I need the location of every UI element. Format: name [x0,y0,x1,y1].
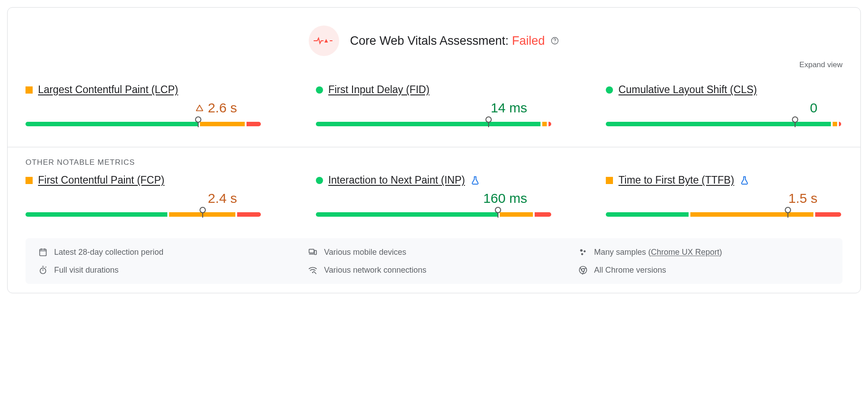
metric-largest-contentful-paint-lcp: Largest Contentful Paint (LCP) 2.6 s [26,84,262,126]
assessment-status: Failed [512,34,545,47]
metric-value-text: 2.4 s [208,191,237,206]
footer-devices: Various mobile devices [308,247,560,257]
svg-point-12 [312,272,314,273]
footer-period: Latest 28-day collection period [38,247,290,257]
other-metrics-heading: OTHER NOTABLE METRICS [8,158,860,167]
metric-name-link[interactable]: Interaction to Next Paint (INP) [328,174,465,186]
metric-name-link[interactable]: First Contentful Paint (FCP) [38,174,164,186]
help-icon[interactable] [550,36,559,45]
metric-value: 1.5 s [606,191,842,206]
footer-devices-text: Various mobile devices [324,248,406,257]
metric-value-text: 2.6 s [208,100,237,116]
metric-value: 14 ms [316,100,553,116]
metric-value: 0 [606,100,842,116]
footer-durations: Full visit durations [38,265,290,275]
footer-samples-text: Many samples (Chrome UX Report) [594,248,722,257]
metric-distribution-bar [606,122,842,126]
metric-name-link[interactable]: First Input Delay (FID) [328,84,430,96]
footer-samples: Many samples (Chrome UX Report) [578,247,830,257]
svg-point-14 [581,269,584,271]
metric-value: 2.4 s [26,191,262,206]
metric-interaction-to-next-paint-inp: Interaction to Next Paint (INP) 160 ms [316,174,553,217]
calendar-icon [38,247,48,257]
metric-header: Interaction to Next Paint (INP) [316,174,553,186]
assessment-header: Core Web Vitals Assessment: Failed [8,8,860,60]
assessment-title-prefix: Core Web Vitals Assessment: [350,34,512,47]
metric-header: Largest Contentful Paint (LCP) [26,84,262,96]
expand-view-link[interactable]: Expand view [800,60,842,69]
footer-chrome-text: All Chrome versions [594,266,666,275]
svg-point-8 [580,249,583,252]
status-ni-icon [26,86,33,94]
metric-first-input-delay-fid: First Input Delay (FID) 14 ms [316,84,553,126]
svg-marker-4 [196,105,202,111]
other-metrics-grid: First Contentful Paint (FCP) 2.4 s Inter… [8,167,860,224]
core-metrics-grid: Largest Contentful Paint (LCP) 2.6 s Fir… [8,77,860,133]
metric-distribution-bar [606,212,842,217]
assessment-card: Core Web Vitals Assessment: Failed Expan… [7,7,861,293]
metric-value: 160 ms [316,191,553,206]
metric-value-text: 14 ms [491,100,528,116]
metric-distribution-bar [316,212,553,217]
chrome-icon [578,265,588,275]
metric-value: 2.6 s [26,100,262,116]
svg-point-3 [554,43,555,43]
metric-value-text: 1.5 s [788,191,817,206]
metric-header: Cumulative Layout Shift (CLS) [606,84,842,96]
status-good-icon [316,177,323,184]
devices-icon [308,247,318,257]
footer-network: Various network connections [308,265,560,275]
metric-distribution-bar [316,122,553,126]
metric-header: First Input Delay (FID) [316,84,553,96]
metric-first-contentful-paint-fcp: First Contentful Paint (FCP) 2.4 s [26,174,262,217]
status-good-icon [316,86,323,94]
metric-distribution-bar [26,212,262,217]
warning-triangle-icon [196,104,204,112]
svg-marker-0 [324,39,328,43]
metric-time-to-first-byte-ttfb: Time to First Byte (TTFB) 1.5 s [606,174,842,217]
svg-point-9 [583,250,586,253]
footer-network-text: Various network connections [324,266,426,275]
status-good-icon [606,86,613,94]
footer-durations-text: Full visit durations [54,266,119,275]
section-divider [8,147,860,147]
footer-chrome: All Chrome versions [578,265,830,275]
assessment-title: Core Web Vitals Assessment: Failed [350,34,559,48]
svg-rect-1 [330,40,332,41]
experimental-flask-icon[interactable] [470,176,480,185]
svg-rect-6 [309,249,314,253]
network-icon [308,265,318,275]
svg-rect-5 [40,249,47,256]
samples-icon [578,247,588,257]
metric-name-link[interactable]: Largest Contentful Paint (LCP) [38,84,178,96]
experimental-flask-icon[interactable] [740,176,749,185]
metric-name-link[interactable]: Time to First Byte (TTFB) [618,174,734,186]
status-ni-icon [26,177,33,184]
crux-report-link[interactable]: Chrome UX Report [651,248,719,257]
svg-point-11 [40,268,46,274]
metric-header: Time to First Byte (TTFB) [606,174,842,186]
metric-name-link[interactable]: Cumulative Layout Shift (CLS) [618,84,757,96]
metric-value-text: 0 [810,100,817,116]
status-ni-icon [606,177,613,184]
expand-row: Expand view [8,60,860,77]
svg-point-10 [581,253,583,255]
metric-header: First Contentful Paint (FCP) [26,174,262,186]
footer-info: Latest 28-day collection period Various … [26,238,842,284]
metric-value-text: 160 ms [483,191,527,206]
metric-distribution-bar [26,122,262,126]
pulse-icon [309,26,339,56]
stopwatch-icon [38,265,48,275]
footer-period-text: Latest 28-day collection period [54,248,163,257]
svg-rect-7 [315,250,317,254]
metric-cumulative-layout-shift-cls: Cumulative Layout Shift (CLS) 0 [606,84,842,126]
